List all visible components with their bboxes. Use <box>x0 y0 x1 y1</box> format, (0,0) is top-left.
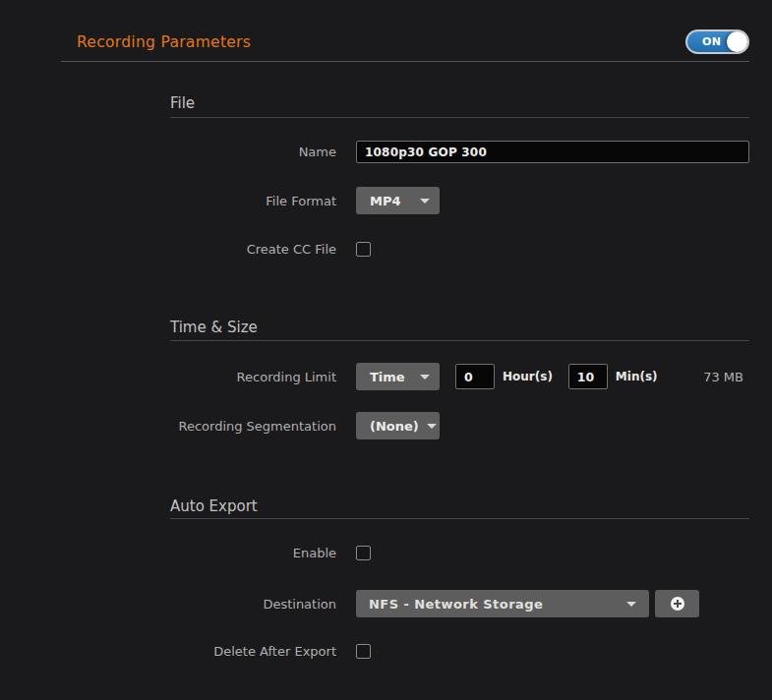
enable-label: Enable <box>0 546 336 560</box>
name-label: Name <box>0 145 336 159</box>
enable-row: Enable <box>0 539 749 566</box>
hours-input[interactable] <box>455 364 495 389</box>
section-heading-auto-export: Auto Export <box>170 497 258 515</box>
chevron-down-icon <box>427 424 437 429</box>
create-cc-label: Create CC File <box>0 242 336 257</box>
delete-after-export-checkbox[interactable] <box>356 644 371 659</box>
plus-icon <box>671 597 684 611</box>
enable-checkbox[interactable] <box>356 546 371 560</box>
add-destination-button[interactable] <box>655 590 699 617</box>
toggle-on-label: ON <box>702 35 722 49</box>
recording-segmentation-value: (None) <box>370 419 419 434</box>
recording-toggle[interactable]: ON <box>685 29 749 54</box>
recording-limit-row: Recording Limit Time Hour(s) Min(s) 73 M… <box>0 363 749 390</box>
auto-export-section-divider <box>170 518 749 519</box>
time-size-section-divider <box>170 340 749 341</box>
name-input[interactable] <box>356 141 749 163</box>
recording-limit-label: Recording Limit <box>0 370 336 384</box>
chevron-down-icon <box>626 602 636 607</box>
destination-value: NFS - Network Storage <box>369 597 543 612</box>
file-format-value: MP4 <box>370 194 401 208</box>
section-heading-time-size: Time & Size <box>170 319 258 336</box>
section-heading-file: File <box>170 94 195 112</box>
header-divider <box>61 61 749 62</box>
name-row: Name <box>0 141 749 163</box>
chevron-down-icon <box>420 375 430 379</box>
file-format-row: File Format MP4 <box>0 187 749 214</box>
recording-segmentation-row: Recording Segmentation (None) <box>0 412 749 439</box>
recording-limit-type-dropdown[interactable]: Time <box>356 363 440 390</box>
recording-segmentation-dropdown[interactable]: (None) <box>356 412 440 439</box>
toggle-knob-icon <box>727 31 747 52</box>
destination-row: Destination NFS - Network Storage <box>0 590 749 617</box>
file-format-dropdown[interactable]: MP4 <box>356 187 440 214</box>
hours-unit-label: Hour(s) <box>503 370 553 383</box>
destination-label: Destination <box>0 597 336 612</box>
file-section-divider <box>170 117 749 118</box>
size-estimate-label: 73 MB <box>703 370 743 384</box>
create-cc-row: Create CC File <box>0 235 749 262</box>
page-title: Recording Parameters <box>77 33 251 52</box>
recording-limit-type-value: Time <box>370 370 405 384</box>
delete-after-export-label: Delete After Export <box>0 644 336 659</box>
create-cc-checkbox[interactable] <box>356 242 371 257</box>
chevron-down-icon <box>420 199 430 204</box>
minutes-input[interactable] <box>568 364 608 389</box>
minutes-unit-label: Min(s) <box>616 370 658 383</box>
destination-dropdown[interactable]: NFS - Network Storage <box>356 590 649 617</box>
file-format-label: File Format <box>0 194 336 208</box>
recording-segmentation-label: Recording Segmentation <box>0 419 336 434</box>
delete-after-export-row: Delete After Export <box>0 637 749 665</box>
